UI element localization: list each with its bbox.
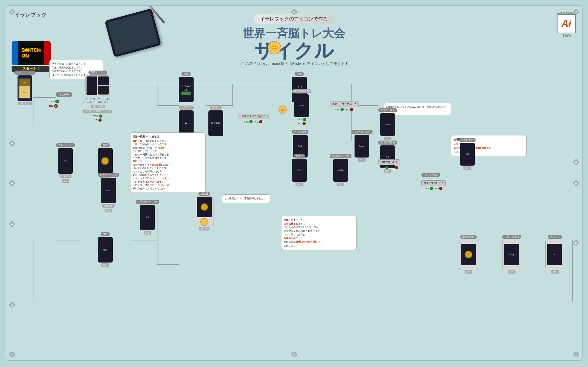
right-arrow[interactable]: ▶ <box>573 180 579 186</box>
main-menu-node: メインメニュー Book Menu 脳トレ大会 <box>14 71 36 105</box>
tablet-device <box>109 14 157 52</box>
stamp-oshi-q-node: スタンプ押した？ YES NO <box>421 180 446 190</box>
character-face-header: 😊 <box>268 41 281 54</box>
stamp-final-btn[interactable]: 次へ <box>551 270 559 274</box>
ai-icon-box: Ai <box>557 14 576 33</box>
tsuchi-next-btn[interactable]: 次へ <box>295 183 303 186</box>
bottom-arrow[interactable]: ▼ <box>291 352 297 357</box>
sekai-modoru-btn[interactable]: 戻る <box>105 209 112 212</box>
main-menu-label: メインメニュー <box>14 71 36 75</box>
score-akarui-next-btn[interactable]: 次へ <box>358 158 366 162</box>
stamp-kakunin-node: スタンプ確認 <box>421 173 440 177</box>
taikaiku-menu-node: 大会メニュー 大会 出場する 戻る <box>56 143 75 183</box>
header-note: ↑このアイコンは、macOS や Windwos アイコンとして使えます <box>240 61 348 66</box>
saigo-annai-node: 最後の案内 次へ <box>459 235 478 274</box>
saigo-next-btn[interactable]: 次へ <box>465 270 472 274</box>
ai-icon-area: Adobe Illustrator Ai 100% <box>557 11 577 38</box>
stamp-annai-next-btn[interactable]: 次へ <box>508 270 515 274</box>
top-left-arrow[interactable]: ↖ <box>9 9 15 15</box>
sekai-next-btn[interactable]: 周野計 ▶ <box>102 204 115 208</box>
header-subtitle: イラレブックのアイコンで作る <box>253 14 334 24</box>
sekai-node: 世界 世界 戻る <box>98 232 113 267</box>
tsuchi-sinai-next-btn[interactable]: 次へ <box>337 183 344 186</box>
sekai-ranking-node: 世界ランキング Rank 周野計 ▶ 戻る <box>98 173 119 212</box>
hajimeri-node: はじめり <box>56 92 72 97</box>
mokuhyo-next-btn[interactable]: 次へ <box>463 166 471 170</box>
naiyo-ranking-node: 内容別ランキング 内容 戻る <box>136 200 159 235</box>
score-kakunin-node: スコア確認 等 Score YES NO <box>292 89 312 125</box>
noutore-btn[interactable]: 脳トレ大会 <box>18 102 32 105</box>
mondai-menu-node: 問題メニュー いつものトレーニングから ４つが選ばれ、題目の番目に！ 脳トレ詳細… <box>82 71 114 122</box>
settei-node: 設定？ 設定画面 <box>208 106 223 136</box>
ai-percent: 100% <box>563 34 571 38</box>
tsuchi-node: 通知？ 通知 次へ <box>292 154 307 186</box>
score-next-btn[interactable]: 次へ <box>384 137 391 140</box>
top-arrow[interactable]: ▲ <box>291 9 297 15</box>
finish-bubble: お疲れさまでした。大会は終了します！実は大会の計算 25 と計算 100 は全員… <box>281 216 357 250</box>
header-big-title: サイクル <box>240 41 348 60</box>
main-container: イラレブック Adobe Illustrator Ai 100% イラレブックの… <box>6 5 583 361</box>
score-q-node: 1回目のスコアがある？ YES NO <box>238 114 269 123</box>
header-area: イラレブックのアイコンで作る 世界一斉脳トレ大会 サイクル ↑このアイコンは、m… <box>240 14 348 66</box>
bottom-left-arrow[interactable]: ↙ <box>9 352 15 357</box>
nintendo-switch: SWITCH ON スタート！ <box>12 41 51 67</box>
hajimeri-no: NO ✕ <box>49 104 58 108</box>
header-main-title: 世界一斉脳トレ大会 <box>240 26 348 41</box>
left-mid-arrow1[interactable]: ◀ <box>9 141 15 146</box>
left-arrow[interactable]: ◀ <box>9 180 15 186</box>
bottom-right-arrow[interactable]: ↘ <box>573 352 579 357</box>
switch-on-text: SWITCH ON <box>22 48 41 58</box>
check-again-btn[interactable]: 次に何だと判明していた？ <box>83 110 112 113</box>
top-right-arrow[interactable]: ↗ <box>573 9 579 15</box>
hajimeri-yesno: YES ✓ <box>49 100 59 103</box>
right-mid-arrow1[interactable]: ▶ <box>573 159 579 165</box>
shuryou-next-btn[interactable]: 次へ <box>384 169 391 173</box>
stamp-annai-node: スタンプ案内 Stamp 次へ <box>502 235 521 274</box>
chosenzu-node: 挑戦済 😊 次へ ▶ <box>195 192 214 230</box>
modoru-btn1[interactable]: 戻る <box>62 179 69 183</box>
deru-btn[interactable]: 出場する <box>60 174 71 178</box>
right-mid-arrow2[interactable]: ▶ <box>573 240 579 246</box>
taikai-info-bubble: 世界一斉脳トレ大会とは… 週に一度、世界の脳トレ仲間が一度に記録を競い合う大会で… <box>130 132 206 193</box>
stamp-node: スタンプ ✓ 次へ <box>545 235 564 274</box>
left-bottom-arrow[interactable]: ◀ <box>9 302 15 307</box>
tsuchi-sinai-node: 通知しない 確認 No通知 次へ <box>330 154 352 186</box>
sekai-back-btn[interactable]: 戻る <box>101 263 109 267</box>
taikaiku-seni-btn[interactable]: 脳トレ詳細 <box>91 105 105 108</box>
app-title: イラレブック <box>14 11 47 19</box>
char-face-score: 😊 <box>278 106 287 114</box>
left-mid-arrow2[interactable]: ◀ <box>9 221 15 227</box>
app-title-text: イラレブック <box>14 12 47 18</box>
ai-text: Ai <box>562 18 571 29</box>
score-joubu-node: スコア上書き Score+ 次へ <box>378 108 397 140</box>
mokuhyo-q-node: 目標が叶った？ YES NO <box>378 159 400 169</box>
score-akarui-node: スコア適しない Score- 次へ <box>351 130 373 162</box>
naiyo-next-btn[interactable]: 戻る <box>144 231 151 235</box>
best-score-q-node: 過去よりスコアが上？ YES NO <box>330 102 359 111</box>
keisan-node: 計算 9+5=? 1+1= □ <box>179 72 194 102</box>
already-played-bubble: この種目は すでに不良挑戦しました。 <box>222 194 270 203</box>
chosenzu-next-btn[interactable]: 次へ ▶ <box>199 227 209 230</box>
mokuhyo-annai-node: 目標の案内 目標 次へ <box>459 138 476 170</box>
